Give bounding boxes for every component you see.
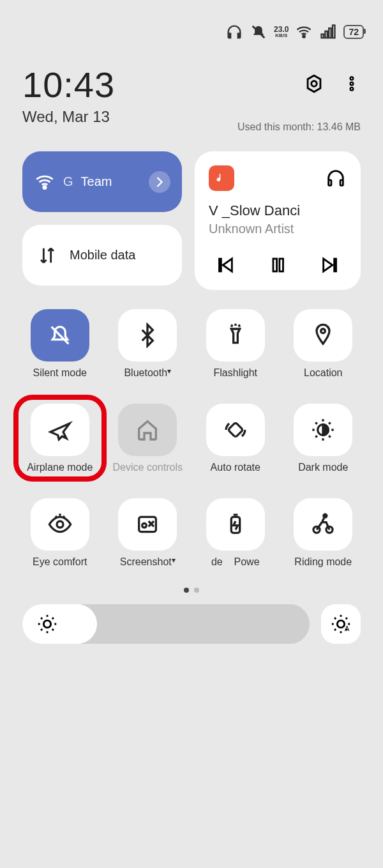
track-title: V _Slow Danci: [209, 202, 347, 219]
svg-rect-2: [326, 31, 327, 38]
tile-screenshot[interactable]: Screenshot: [110, 498, 186, 581]
svg-rect-4: [333, 26, 335, 38]
chevron-right-icon[interactable]: [149, 171, 170, 193]
tile-device-controls[interactable]: Device controls: [110, 404, 186, 487]
page-dot-2: [194, 588, 199, 593]
tile-dark-mode[interactable]: Dark mode: [286, 404, 361, 487]
mobile-data-icon: [36, 245, 58, 266]
pagination-dots: [0, 588, 383, 593]
tile-silent-mode[interactable]: Silent mode: [22, 309, 98, 392]
battery-icon: [206, 498, 265, 551]
battery-indicator: 72: [343, 25, 364, 39]
screenshot-icon: [118, 498, 177, 551]
tile-riding-mode[interactable]: Riding mode: [286, 498, 361, 581]
mobile-data-label: Mobile data: [70, 248, 135, 263]
more-icon[interactable]: [343, 75, 361, 93]
svg-text:A: A: [345, 625, 350, 632]
prev-track-button[interactable]: [214, 254, 236, 276]
svg-point-8: [350, 88, 354, 91]
headphones-icon: [225, 23, 243, 41]
svg-point-0: [303, 35, 306, 38]
eye-icon: [31, 498, 89, 551]
svg-point-5: [312, 81, 317, 87]
headphones-output-icon[interactable]: [325, 167, 347, 189]
svg-point-17: [57, 521, 63, 528]
wifi-toggle[interactable]: G Team: [22, 151, 182, 212]
signal-icon: [319, 23, 337, 41]
svg-point-25: [337, 620, 344, 627]
svg-point-19: [142, 523, 147, 528]
track-artist: Unknown Artist: [209, 222, 347, 236]
svg-point-6: [350, 77, 354, 80]
mute-icon: [250, 23, 267, 41]
tile-auto-rotate[interactable]: Auto rotate: [198, 404, 273, 487]
home-icon: [118, 404, 177, 456]
wifi-card-icon: [34, 171, 56, 193]
clock-time: 10:43: [22, 64, 115, 105]
dark-mode-icon: [294, 404, 352, 456]
brightness-slider[interactable]: [22, 604, 310, 644]
svg-point-24: [43, 620, 50, 627]
wifi-ssid: Team: [81, 174, 112, 189]
mobile-data-toggle[interactable]: Mobile data: [22, 225, 182, 286]
brightness-icon: [36, 613, 58, 635]
tile-location[interactable]: Location: [286, 309, 361, 392]
svg-rect-1: [322, 34, 324, 38]
svg-rect-3: [329, 28, 332, 38]
next-track-button[interactable]: [320, 254, 342, 276]
bell-off-icon: [31, 309, 89, 362]
flashlight-icon: [206, 309, 265, 362]
media-card: V _Slow Danci Unknown Artist: [195, 151, 361, 290]
tile-bluetooth[interactable]: Bluetooth: [110, 309, 186, 392]
page-dot-1: [184, 588, 189, 593]
tile-flashlight[interactable]: Flashlight: [198, 309, 273, 392]
data-usage-label: Used this month: 13.46 MB: [237, 121, 361, 133]
svg-rect-11: [340, 180, 343, 186]
location-icon: [294, 309, 352, 362]
status-bar: 23.0KB/S 72: [0, 0, 383, 57]
header: 10:43 Wed, Mar 13: [0, 57, 383, 126]
tile-airplane-mode[interactable]: Airplane mode: [22, 404, 98, 487]
settings-icon[interactable]: [303, 73, 325, 95]
auto-brightness-toggle[interactable]: A: [321, 604, 361, 644]
network-speed: 23.0KB/S: [274, 26, 289, 38]
svg-point-14: [321, 329, 326, 333]
bluetooth-icon: [118, 309, 177, 362]
rotate-icon: [206, 404, 265, 456]
music-app-icon[interactable]: [209, 165, 234, 191]
wifi-prefix: G: [63, 174, 73, 189]
svg-point-9: [43, 186, 46, 188]
svg-point-7: [350, 82, 354, 86]
tile-power[interactable]: de Powe: [198, 498, 273, 581]
pause-button[interactable]: [267, 254, 289, 276]
wifi-icon: [295, 23, 313, 41]
svg-rect-15: [228, 422, 243, 438]
bike-icon: [294, 498, 352, 551]
airplane-icon: [31, 404, 89, 456]
svg-rect-12: [273, 259, 277, 271]
quick-settings-grid: Silent mode Bluetooth Flashlight Locatio…: [0, 290, 383, 581]
svg-rect-13: [280, 259, 283, 271]
svg-point-23: [324, 514, 327, 517]
svg-rect-10: [329, 180, 331, 186]
clock-date: Wed, Mar 13: [22, 108, 115, 126]
tile-eye-comfort[interactable]: Eye comfort: [22, 498, 98, 581]
